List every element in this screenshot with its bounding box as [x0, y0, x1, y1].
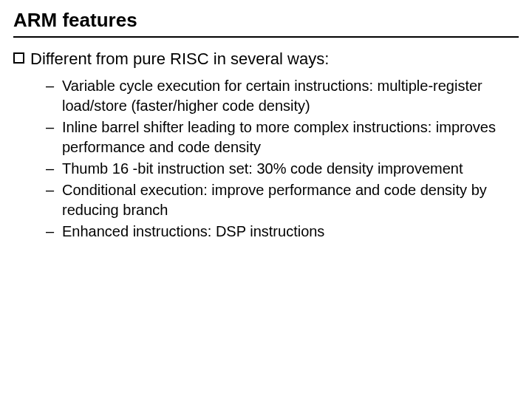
list-item: – Variable cycle execution for certain i…: [46, 76, 519, 116]
dash-bullet-icon: –: [46, 180, 62, 220]
list-item-text: Conditional execution: improve performan…: [62, 180, 519, 220]
dash-bullet-icon: –: [46, 222, 62, 242]
dash-bullet-icon: –: [46, 159, 62, 179]
list-item: – Inline barrel shifter leading to more …: [46, 117, 519, 157]
list-item: – Conditional execution: improve perform…: [46, 180, 519, 220]
slide-title: ARM features: [13, 9, 519, 38]
dash-bullet-icon: –: [46, 76, 62, 116]
lead-bullet-row: Different from pure RISC in several ways…: [13, 48, 519, 70]
list-item: – Enhanced instructions: DSP instruction…: [46, 222, 519, 242]
list-item-text: Thumb 16 -bit instruction set: 30% code …: [62, 159, 519, 179]
list-item: – Thumb 16 -bit instruction set: 30% cod…: [46, 159, 519, 179]
lead-text: Different from pure RISC in several ways…: [30, 48, 519, 70]
square-bullet-icon: [13, 52, 24, 64]
dash-bullet-icon: –: [46, 117, 62, 157]
list-item-text: Enhanced instructions: DSP instructions: [62, 222, 519, 242]
list-item-text: Inline barrel shifter leading to more co…: [62, 117, 519, 157]
list-item-text: Variable cycle execution for certain ins…: [62, 76, 519, 116]
sub-list: – Variable cycle execution for certain i…: [13, 76, 519, 242]
